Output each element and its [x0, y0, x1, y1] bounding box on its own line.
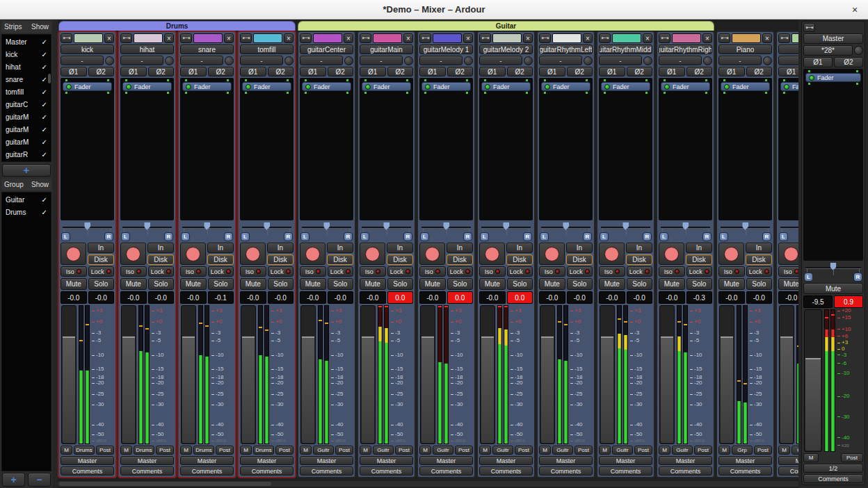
phase1-button[interactable]: Ø1 — [180, 67, 207, 76]
mono-button[interactable]: M — [539, 446, 551, 455]
solo-button[interactable]: Solo — [208, 278, 234, 290]
trim-knob[interactable] — [524, 56, 533, 65]
monitor-disk-button[interactable]: Disk — [566, 254, 593, 265]
solo-button[interactable]: Solo — [88, 278, 115, 290]
pan-control[interactable]: LR — [300, 222, 353, 241]
gain-display[interactable]: -0.0 — [180, 291, 207, 304]
peak-display[interactable]: -0.0 — [567, 291, 593, 304]
strip-name-button[interactable]: hihat — [120, 44, 174, 54]
strip-name-button[interactable]: Piano — [718, 44, 772, 54]
gain-display[interactable]: -0.0 — [778, 291, 798, 304]
trim-knob[interactable] — [464, 56, 473, 65]
phase1-button[interactable]: Ø1 — [659, 67, 685, 76]
input-button[interactable]: - — [419, 56, 463, 65]
pan-control[interactable]: LR — [241, 222, 293, 241]
solo-lock-button[interactable]: Lock — [447, 266, 474, 277]
metering-point-button[interactable]: Post — [395, 446, 413, 455]
mute-button[interactable]: Mute — [479, 278, 506, 290]
width-toggle-button[interactable]: ⇤⇥ — [300, 33, 312, 43]
phase1-button[interactable]: Ø1 — [479, 67, 506, 76]
gain-fader[interactable] — [181, 305, 196, 444]
sidebar-strip-item[interactable]: snare✓ — [2, 73, 51, 86]
monitor-input-button[interactable]: In — [147, 243, 174, 253]
output-button[interactable]: Master — [300, 456, 353, 465]
add-strip-button[interactable]: + — [2, 164, 51, 177]
processor-box[interactable]: Fader — [180, 78, 234, 220]
strip-color-swatch[interactable] — [732, 33, 761, 43]
processor-active-led[interactable] — [425, 84, 431, 90]
phase2-button[interactable]: Ø2 — [746, 67, 773, 76]
mono-button[interactable]: M — [718, 446, 730, 455]
hide-strip-icon[interactable]: × — [104, 33, 114, 43]
output-button[interactable]: Master — [659, 456, 712, 465]
input-button[interactable]: - — [539, 56, 582, 65]
record-enable-button[interactable] — [718, 243, 744, 265]
fader-processor[interactable]: Fader — [780, 82, 798, 91]
input-button[interactable]: - — [240, 56, 283, 65]
output-button[interactable]: Master — [360, 456, 413, 465]
mono-button[interactable]: M — [61, 446, 72, 455]
phase2-button[interactable]: Ø2 — [507, 67, 533, 76]
solo-button[interactable]: Solo — [686, 278, 713, 290]
peak-display[interactable]: -0.0 — [328, 291, 354, 304]
metering-point-button[interactable]: Post — [335, 446, 353, 455]
comments-button[interactable]: Comments — [479, 466, 533, 475]
gain-display[interactable]: -0.0 — [61, 291, 87, 304]
monitor-input-button[interactable]: In — [566, 243, 593, 253]
width-toggle-button[interactable]: ⇤⇥ — [778, 33, 790, 43]
output-button[interactable]: Master — [419, 456, 473, 465]
master-comments-button[interactable]: Comments — [803, 474, 863, 483]
sidebar-strip-item[interactable]: guitarM✓ — [2, 123, 51, 136]
mute-button[interactable]: Mute — [778, 278, 798, 290]
fader-handle[interactable] — [541, 336, 554, 338]
phase2-button[interactable]: Ø2 — [148, 67, 175, 76]
strip-item-checkbox[interactable]: ✓ — [42, 88, 47, 96]
master-fader[interactable] — [804, 309, 822, 452]
mute-button[interactable]: Mute — [61, 278, 87, 290]
gain-fader[interactable] — [719, 305, 734, 444]
comments-button[interactable]: Comments — [300, 466, 353, 475]
window-close-icon[interactable]: × — [849, 3, 861, 16]
output-button[interactable]: Master — [778, 456, 798, 465]
comments-button[interactable]: Comments — [718, 466, 772, 475]
solo-isolate-button[interactable]: Iso — [240, 266, 266, 277]
group-button[interactable]: Guitr — [373, 446, 394, 455]
solo-isolate-button[interactable]: Iso — [419, 266, 446, 277]
gain-fader[interactable] — [360, 305, 376, 444]
strip-item-checkbox[interactable]: ✓ — [42, 138, 47, 146]
input-button[interactable]: - — [180, 56, 223, 65]
phase2-button[interactable]: Ø2 — [268, 67, 294, 76]
gain-display[interactable]: -0.0 — [539, 291, 565, 304]
pan-control[interactable]: LR — [600, 222, 652, 241]
strip-color-swatch[interactable] — [552, 33, 581, 43]
monitor-disk-button[interactable]: Disk — [88, 254, 114, 265]
metering-point-button[interactable]: Post — [694, 446, 712, 455]
gain-fader[interactable] — [61, 305, 77, 444]
record-enable-button[interactable] — [419, 243, 445, 265]
fader-handle[interactable] — [805, 358, 821, 359]
monitor-input-button[interactable]: In — [88, 243, 114, 253]
add-group-button[interactable]: + — [2, 473, 25, 487]
solo-lock-button[interactable]: Lock — [567, 266, 593, 277]
trim-knob[interactable] — [284, 56, 294, 65]
master-mute-button[interactable]: Mute — [803, 283, 863, 294]
sidebar-group-item[interactable]: Guitar✓ — [2, 193, 51, 206]
phase2-button[interactable]: Ø2 — [686, 67, 713, 76]
fader-processor[interactable]: Fader — [362, 82, 411, 91]
trim-knob[interactable] — [105, 56, 114, 65]
comments-button[interactable]: Comments — [240, 466, 294, 475]
group-button[interactable]: Drums — [74, 446, 95, 455]
monitor-disk-button[interactable]: Disk — [626, 254, 652, 265]
comments-button[interactable]: Comments — [180, 466, 234, 475]
monitor-disk-button[interactable]: Disk — [387, 254, 413, 265]
pan-control[interactable]: LR — [420, 222, 472, 241]
group-button[interactable]: Guitr — [612, 446, 633, 455]
gain-display[interactable]: -0.0 — [718, 291, 745, 304]
processor-active-led[interactable] — [545, 84, 550, 90]
sidebar-strip-item[interactable]: guitarC✓ — [2, 98, 51, 111]
trim-knob[interactable] — [344, 56, 353, 65]
width-toggle-button[interactable]: ⇤⇥ — [718, 33, 730, 43]
mute-button[interactable]: Mute — [240, 278, 266, 290]
output-button[interactable]: Master — [240, 456, 294, 465]
processor-box[interactable]: Fader — [300, 78, 353, 220]
